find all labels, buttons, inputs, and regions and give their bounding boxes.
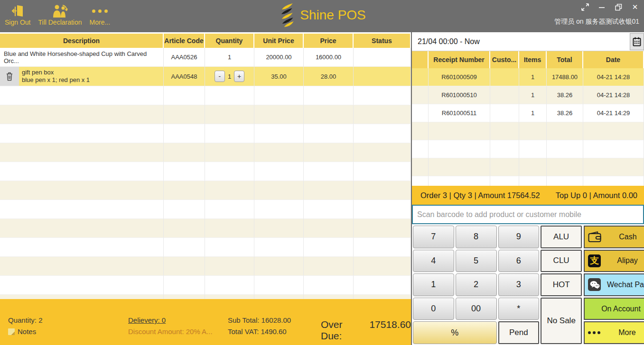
col-items: Items [519, 51, 547, 68]
key-2[interactable]: 2 [456, 273, 497, 296]
delivery-link[interactable]: Delievery: 0 [128, 316, 166, 324]
key-0[interactable]: 0 [413, 298, 454, 320]
date-picker-button[interactable] [630, 33, 644, 50]
cart-row-1[interactable]: Blue and White Horseshoe-shaped Cup with… [0, 48, 411, 67]
col-total: Total [547, 51, 583, 68]
receipt-3-number: R601000511 [429, 104, 490, 122]
receipt-3-items: 1 [519, 104, 547, 122]
key-percent[interactable]: % [413, 321, 497, 344]
key-clu[interactable]: CLU [541, 250, 582, 272]
user-session-info: 管理员 on 服务器测试收银01 [554, 18, 639, 26]
receipt-1-number: R601000509 [429, 68, 490, 86]
receipt-2-customer [490, 86, 519, 104]
alipay-button[interactable]: 支 Alipay [584, 250, 644, 272]
col-quantity: Quantity [205, 34, 254, 48]
cart-row-2-article-code: AAA0548 [164, 67, 205, 86]
alipay-label: Alipay [601, 256, 644, 265]
receipt-2-number: R601000510 [429, 86, 490, 104]
notes-button[interactable]: Notes [8, 327, 36, 336]
receipt-1-total: 17488.00 [547, 68, 583, 86]
cash-button[interactable]: Cash [584, 226, 644, 248]
key-5[interactable]: 5 [456, 250, 497, 272]
more-payments-button[interactable]: More [584, 321, 644, 344]
more-menu-button[interactable]: More... [90, 3, 111, 26]
empty-row [412, 122, 644, 140]
col-description: Description [0, 34, 164, 48]
barcode-scan-input[interactable] [412, 205, 644, 224]
empty-row [0, 238, 411, 257]
cart-row-1-quantity: 1 [205, 48, 254, 67]
key-star[interactable]: * [498, 298, 540, 320]
wechat-pay-label: Wechat Pay [601, 281, 644, 289]
receipts-empty-rows [412, 122, 644, 186]
empty-row [0, 105, 411, 124]
receipt-row-1-selected[interactable]: R601000509 1 17488.00 04-21 14:28 [412, 68, 644, 86]
sign-out-label: Sign Out [5, 18, 30, 26]
till-declaration-button[interactable]: Till Declaration [38, 3, 82, 26]
receipt-3-total: 38.26 [547, 104, 583, 122]
close-icon[interactable]: ✕ [631, 3, 639, 11]
key-8[interactable]: 8 [456, 226, 497, 248]
key-3[interactable]: 3 [498, 273, 540, 296]
col-receipt-number: Receipt Number [429, 51, 490, 68]
delete-row-button[interactable] [0, 67, 19, 86]
more-menu-label: More... [90, 18, 111, 26]
more-payments-label: More [600, 328, 644, 337]
empty-row [0, 143, 411, 162]
minimize-icon[interactable] [597, 3, 606, 11]
col-status: Status [354, 34, 411, 48]
app-title: Shine POS [300, 8, 366, 23]
till-declaration-icon [52, 3, 68, 18]
receipt-row-2[interactable]: R601000510 1 38.26 04-21 14:28 [412, 86, 644, 104]
empty-row [0, 181, 411, 200]
titlebar-buttons: Sign Out Till Declaration More... [5, 3, 110, 26]
over-due-value: 17518.60 [369, 319, 411, 342]
empty-row [0, 276, 411, 295]
restore-icon[interactable] [614, 3, 623, 11]
key-no-sale[interactable]: No Sale [541, 298, 582, 344]
window-controls: ✕ [581, 2, 639, 12]
on-account-label: On Account [588, 305, 644, 313]
quantity-decrease-button[interactable]: - [215, 71, 225, 82]
key-alu[interactable]: ALU [541, 226, 582, 248]
receipt-2-total: 38.26 [547, 86, 583, 104]
keypad-area: 7 8 9 ALU 4 5 6 CLU 1 2 3 HOT 0 00 * No … [412, 224, 644, 345]
titlebar: Sign Out Till Declaration More... [0, 0, 644, 32]
on-account-button[interactable]: On Account [584, 298, 644, 320]
key-9[interactable]: 9 [498, 226, 540, 248]
receipt-3-customer [490, 104, 519, 122]
empty-row [0, 162, 411, 181]
empty-row [0, 86, 411, 105]
sign-out-button[interactable]: Sign Out [5, 3, 30, 26]
key-6[interactable]: 6 [498, 250, 540, 272]
fullscreen-icon[interactable] [581, 3, 589, 11]
receipt-1-date: 04-21 14:28 [583, 68, 644, 86]
cart-row-2-description-line2: blue pen x 1; red pen x 1 [22, 76, 90, 83]
receipt-row-3[interactable]: R601000511 1 38.26 04-21 14:29 [412, 104, 644, 122]
key-pend[interactable]: Pend [498, 321, 540, 344]
receipts-panel: 21/04 00:00 - Now Receipt Number Custo..… [412, 32, 644, 345]
empty-row [412, 140, 644, 158]
numpad: 7 8 9 ALU 4 5 6 CLU 1 2 3 HOT 0 00 * No … [412, 224, 583, 345]
footer-over-due: Over Due: 17518.60 [321, 319, 411, 342]
key-4[interactable]: 4 [413, 250, 454, 272]
quantity-increase-button[interactable]: + [234, 71, 244, 82]
col-unit-price: Unit Price [254, 34, 304, 48]
cash-label: Cash [602, 233, 644, 241]
cart-row-2-selected[interactable]: gift pen box blue pen x 1; red pen x 1 A… [0, 67, 411, 86]
quantity-stepper: - 1 + [215, 71, 244, 82]
receipt-1-customer [490, 68, 519, 86]
empty-row [0, 257, 411, 276]
receipt-1-items: 1 [519, 68, 547, 86]
key-7[interactable]: 7 [413, 226, 454, 248]
cart-row-1-price: 16000.00 [304, 48, 354, 67]
empty-row [412, 176, 644, 186]
wechat-pay-button[interactable]: Wechat Pay [584, 273, 644, 296]
col-date: Date [583, 51, 644, 68]
key-00[interactable]: 00 [456, 298, 497, 320]
discount-link[interactable]: Discount Amount: 20% A... [128, 327, 213, 336]
alipay-icon: 支 [588, 254, 601, 267]
wechat-icon [588, 278, 601, 291]
key-hot[interactable]: HOT [541, 273, 582, 296]
key-1[interactable]: 1 [413, 273, 454, 296]
